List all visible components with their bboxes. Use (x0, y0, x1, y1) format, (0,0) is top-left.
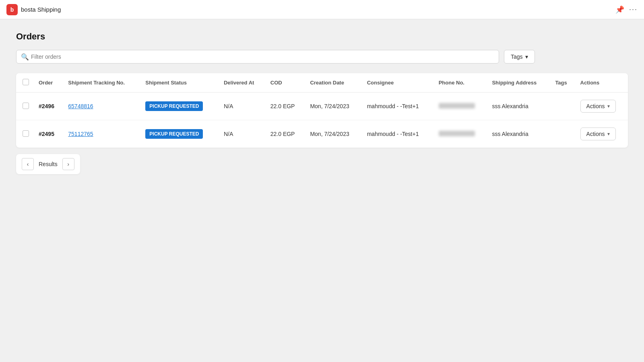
row-status: PICKUP REQUESTED (140, 120, 219, 148)
phone-blurred (439, 131, 475, 136)
row-tags (550, 93, 575, 120)
row-checkbox-cell (16, 93, 34, 120)
prev-page-icon: ‹ (27, 161, 29, 167)
actions-button[interactable]: Actions ▾ (580, 128, 616, 140)
search-input[interactable] (16, 50, 499, 64)
row-shipping-address: sss Alexandria (487, 120, 550, 148)
actions-chevron-icon: ▾ (607, 131, 610, 137)
header-status: Shipment Status (140, 73, 219, 93)
header-checkbox-col (16, 73, 34, 93)
actions-label: Actions (586, 103, 605, 109)
row-checkbox-cell (16, 120, 34, 148)
row-tracking-no: 75112765 (63, 120, 140, 148)
row-phone (434, 93, 487, 120)
table-header: Order Shipment Tracking No. Shipment Sta… (16, 73, 628, 93)
actions-chevron-icon: ▾ (607, 103, 610, 109)
tracking-link[interactable]: 75112765 (68, 131, 93, 137)
row-order: #2495 (34, 120, 63, 148)
tracking-link[interactable]: 65748816 (68, 103, 93, 109)
row-actions-cell: Actions ▾ (576, 93, 628, 120)
orders-table-wrapper: Order Shipment Tracking No. Shipment Sta… (16, 73, 628, 148)
row-consignee: mahmoudd - -Test+1 (362, 120, 434, 148)
prev-page-button[interactable]: ‹ (22, 158, 34, 170)
row-actions-cell: Actions ▾ (576, 120, 628, 148)
bosta-logo: b (6, 4, 18, 15)
order-number: #2495 (39, 131, 54, 137)
header-cod: COD (266, 73, 305, 93)
row-cod: 22.0 EGP (266, 120, 305, 148)
filter-bar: 🔍 Tags ▾ (16, 50, 628, 64)
row-tags (550, 120, 575, 148)
row-tracking-no: 65748816 (63, 93, 140, 120)
table-row: #2496 65748816 PICKUP REQUESTED N/A 22.0… (16, 93, 628, 120)
actions-button[interactable]: Actions ▾ (580, 100, 616, 113)
next-page-icon: › (67, 161, 69, 167)
header-tracking-no: Shipment Tracking No. (63, 73, 140, 93)
next-page-button[interactable]: › (62, 158, 74, 170)
row-delivered-at: N/A (219, 120, 266, 148)
topbar-right: 📌 ··· (615, 5, 638, 14)
row-delivered-at: N/A (219, 93, 266, 120)
header-shipping-address: Shipping Address (487, 73, 550, 93)
row-creation-date: Mon, 7/24/2023 (305, 120, 362, 148)
pagination: ‹ Results › (16, 154, 80, 174)
results-label: Results (37, 161, 59, 167)
header-delivered-at: Delivered At (219, 73, 266, 93)
table-body: #2496 65748816 PICKUP REQUESTED N/A 22.0… (16, 93, 628, 148)
row-cod: 22.0 EGP (266, 93, 305, 120)
row-status: PICKUP REQUESTED (140, 93, 219, 120)
header-order: Order (34, 73, 63, 93)
select-all-checkbox[interactable] (23, 79, 29, 85)
row-creation-date: Mon, 7/24/2023 (305, 93, 362, 120)
page-title: Orders (16, 31, 628, 42)
table-row: #2495 75112765 PICKUP REQUESTED N/A 22.0… (16, 120, 628, 148)
header-actions: Actions (576, 73, 628, 93)
main-content: Orders 🔍 Tags ▾ Order Shipment Tracking … (0, 19, 644, 186)
status-badge: PICKUP REQUESTED (145, 129, 203, 139)
tags-chevron-icon: ▾ (525, 53, 528, 60)
more-options-icon[interactable]: ··· (629, 5, 638, 14)
logo-letter: b (10, 6, 14, 13)
row-checkbox-0[interactable] (23, 103, 29, 109)
header-phone: Phone No. (434, 73, 487, 93)
phone-blurred (439, 103, 475, 109)
header-creation-date: Creation Date (305, 73, 362, 93)
row-phone (434, 120, 487, 148)
row-shipping-address: sss Alexandria (487, 93, 550, 120)
tags-button[interactable]: Tags ▾ (504, 50, 535, 64)
header-consignee: Consignee (362, 73, 434, 93)
orders-table: Order Shipment Tracking No. Shipment Sta… (16, 73, 628, 148)
topbar-left: b bosta Shipping (6, 4, 61, 15)
row-checkbox-1[interactable] (23, 130, 29, 137)
row-consignee: mahmoudd - -Test+1 (362, 93, 434, 120)
header-tags: Tags (550, 73, 575, 93)
status-badge: PICKUP REQUESTED (145, 101, 203, 111)
tags-label: Tags (511, 53, 523, 60)
actions-label: Actions (586, 131, 605, 137)
topbar: b bosta Shipping 📌 ··· (0, 0, 644, 19)
row-order: #2496 (34, 93, 63, 120)
search-wrapper: 🔍 (16, 50, 499, 64)
pin-icon[interactable]: 📌 (615, 5, 624, 14)
app-title: bosta Shipping (21, 6, 61, 13)
search-icon: 🔍 (21, 53, 29, 61)
order-number: #2496 (39, 103, 54, 109)
